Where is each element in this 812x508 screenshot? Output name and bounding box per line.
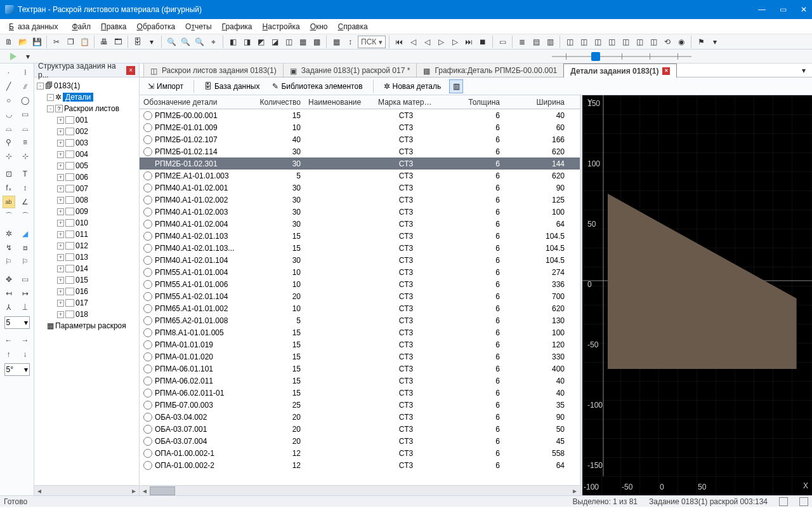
menu-database[interactable]: База данных [5, 21, 65, 32]
dim1-icon[interactable]: ⊡ [3, 168, 15, 180]
tabs-menu-icon[interactable]: ▾ [799, 64, 812, 77]
tree-leaf[interactable]: + 002 [36, 126, 138, 137]
g3-icon[interactable]: ◫ [591, 36, 604, 48]
table-row[interactable]: РПМ8.А1-01.01.00515СТ36100 [140, 326, 580, 338]
link-icon[interactable]: ↯ [3, 241, 15, 254]
tab-graphics[interactable]: ▩Графика:Деталь РПМ2Б-00.00.001 [416, 64, 564, 77]
table-row[interactable]: РПМ2Б-01.02.30130СТ36144 [140, 157, 580, 170]
table-row[interactable]: ОБА-03.07.00120СТ3650 [140, 423, 580, 435]
tree-leaf[interactable]: + 001 [36, 114, 138, 126]
play-icon[interactable] [10, 53, 16, 60]
cut-icon[interactable]: ✂ [50, 36, 63, 48]
table-row[interactable]: РПМ2Б-01.02.10740СТ36166 [140, 133, 580, 145]
maximize-button[interactable]: ▭ [780, 5, 787, 14]
table-row[interactable]: РПМБ-07.00.00325СТ3635 [140, 399, 580, 411]
menu-process[interactable]: Обработка [133, 21, 180, 32]
col-width[interactable]: Ширина [504, 98, 568, 107]
arrow-l-icon[interactable]: ↤ [3, 287, 15, 300]
g6-icon[interactable]: ◫ [633, 36, 646, 48]
table-row[interactable]: РПМ55.А1-01.01.00610СТ36336 [140, 278, 580, 290]
preview-pane[interactable]: Y 150100500-50-100-150 -100-50050 X [582, 95, 812, 495]
tree-leaf[interactable]: + 006 [36, 171, 138, 183]
table-row[interactable]: РПМ55.А1-02.01.10420СТ36700 [140, 290, 580, 302]
spin-angle[interactable]: 5°▾ [4, 363, 30, 376]
back-icon[interactable]: ◁ [421, 36, 433, 48]
col-naming[interactable]: Наименование [304, 98, 374, 107]
iso-2-icon[interactable]: ◨ [240, 36, 253, 48]
table-row[interactable]: ОПА-01.00.002-212СТ3664 [140, 459, 580, 471]
col-qty[interactable]: Количество [247, 98, 304, 107]
flag-down-icon[interactable]: ▾ [709, 36, 721, 48]
table-row[interactable]: РПМ40.А1-01.02.00430СТ3664 [140, 218, 580, 230]
up-icon[interactable]: ↑ [3, 348, 15, 361]
menu-window[interactable]: Окно [306, 21, 332, 32]
dots-icon[interactable]: ⁞ [19, 66, 32, 79]
fwd-icon[interactable]: ▷ [435, 36, 447, 48]
menu-graphics[interactable]: Графика [218, 21, 256, 32]
skip-last-icon[interactable]: ⏭ [462, 36, 475, 48]
tab-layouts[interactable]: ◫Раскрои листов задания 0183(1) [143, 64, 284, 77]
fx-icon[interactable]: fₓ [3, 182, 15, 194]
pole-icon[interactable]: ⊹ [3, 150, 15, 163]
table-row[interactable]: РПМ65.А2-01.01.0085СТ36130 [140, 314, 580, 326]
pin-icon[interactable]: ⚲ [3, 136, 15, 149]
table-row[interactable]: РПМ40.А1-01.02.00330СТ36100 [140, 206, 580, 218]
chevron-down-icon[interactable]: ▾ [145, 36, 158, 48]
table-row[interactable]: РПМА-01.01.01915СТ36120 [140, 338, 580, 351]
table-row[interactable]: ОПА-01.00.002-112СТ36558 [140, 447, 580, 459]
arc3-icon[interactable]: ⌒ [19, 210, 32, 222]
table-row[interactable]: РПМ2Б-01.02.11430СТ36620 [140, 145, 580, 157]
tree-root[interactable]: 0183(1) [54, 81, 80, 90]
iso-7-icon[interactable]: ▩ [310, 36, 323, 48]
shape2-icon[interactable]: ⌓ [19, 122, 32, 135]
skip-first-icon[interactable]: ⏮ [393, 36, 405, 48]
menu-edit[interactable]: Правка [97, 21, 131, 32]
open-icon[interactable]: 📂 [16, 36, 29, 48]
g9-icon[interactable]: ◉ [675, 36, 688, 48]
tool-a-icon[interactable]: ▭ [496, 36, 509, 48]
zoom-in-icon[interactable]: 🔍 [165, 36, 178, 48]
table-row[interactable]: РПМ2Б-00.00.00115СТ3640 [140, 109, 580, 121]
paste-icon[interactable]: 📋 [78, 36, 91, 48]
iso-3-icon[interactable]: ◩ [254, 36, 267, 48]
table-row[interactable]: РПМ40.А1-02.01.10430СТ36104.5 [140, 254, 580, 266]
ellipse-icon[interactable]: ◯ [19, 94, 32, 107]
tree-h-scroll[interactable]: ◂▸ [34, 485, 139, 495]
table-h-scroll[interactable]: ◂▸ [140, 485, 580, 495]
tree-leaf[interactable]: + 018 [36, 309, 138, 320]
menu-help[interactable]: Справка [334, 21, 372, 32]
slider-thumb[interactable] [591, 52, 600, 61]
slider[interactable] [552, 52, 691, 61]
tree-leaf[interactable]: + 013 [36, 251, 138, 263]
table-row[interactable]: РПМ2Е.А1-01.01.0035СТ36620 [140, 170, 580, 182]
left-icon[interactable]: ← [3, 334, 15, 347]
table-row[interactable]: РПМ40.А1-01.02.00130СТ3690 [140, 182, 580, 194]
mirror-icon[interactable]: ⧈ [19, 241, 32, 254]
g5-icon[interactable]: ◫ [619, 36, 632, 48]
menu-settings[interactable]: Настройка [259, 21, 304, 32]
text-icon[interactable]: T [19, 168, 32, 180]
move-icon[interactable]: ✥ [3, 273, 15, 286]
copy-icon[interactable]: ❐ [64, 36, 77, 48]
zoom-out-icon[interactable]: 🔍 [179, 36, 192, 48]
ruler-icon[interactable]: ⟘ [19, 301, 32, 314]
iso-6-icon[interactable]: ▦ [296, 36, 309, 48]
tree[interactable]: -🗐 0183(1) -✲ Детали -? Раскрои листов +… [34, 77, 139, 485]
right-icon[interactable]: → [19, 334, 32, 347]
close-tab-icon[interactable]: × [662, 67, 670, 75]
tree-leaf[interactable]: + 007 [36, 183, 138, 194]
iso-4-icon[interactable]: ◪ [268, 36, 281, 48]
tree-leaf[interactable]: + 016 [36, 286, 138, 297]
print-icon[interactable]: 🖶 [98, 36, 110, 48]
zoom-fit-icon[interactable]: 🔍 [193, 36, 206, 48]
tool-b-icon[interactable]: ≣ [516, 36, 528, 48]
table-row[interactable]: РПМ2Е-01.01.00910СТ3660 [140, 121, 580, 133]
tree-leaf[interactable]: + 009 [36, 206, 138, 217]
g1-icon[interactable]: ◫ [563, 36, 576, 48]
preview-icon[interactable]: 🗔 [112, 36, 124, 48]
iso-5-icon[interactable]: ◫ [282, 36, 295, 48]
tree-leaf[interactable]: + 004 [36, 149, 138, 160]
next-icon[interactable]: ▷ [449, 36, 461, 48]
table-row[interactable]: РПМ55.А1-01.01.00410СТ36274 [140, 266, 580, 278]
table-row[interactable]: ОБА-03.04.00220СТ3690 [140, 411, 580, 423]
